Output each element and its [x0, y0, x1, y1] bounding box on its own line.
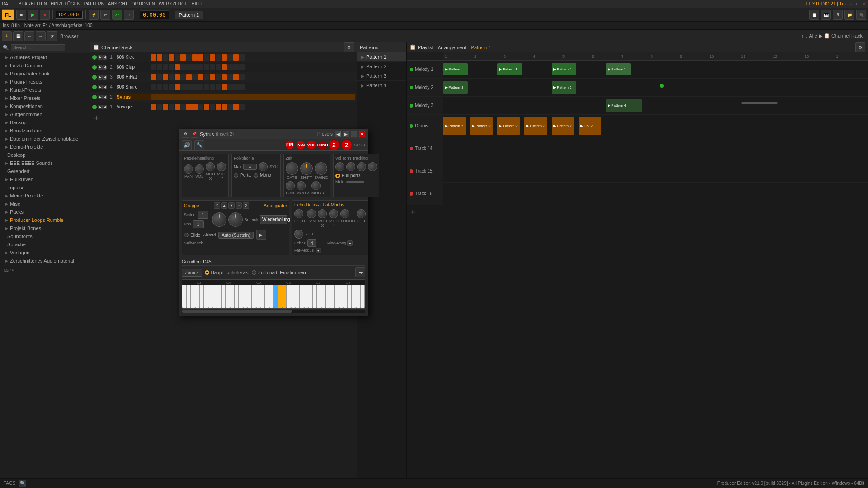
echo-tonho-knob[interactable] — [340, 209, 349, 218]
pegel-mody-knob[interactable] — [217, 162, 226, 171]
track-melody1-block3[interactable]: ▶ Pattern 1 — [552, 63, 576, 75]
pad-6-7[interactable] — [186, 104, 192, 110]
menu-item-hinzufuegen[interactable]: HINZUFÜGEN — [51, 1, 80, 6]
gruppe-x-btn[interactable]: ✕ — [214, 202, 220, 209]
ch6-name[interactable]: Voyager — [115, 104, 151, 109]
pad-2-4[interactable] — [169, 64, 174, 70]
gruppe-q-btn[interactable]: ? — [243, 202, 249, 209]
piano-roll-btn[interactable]: 🎹 — [821, 10, 831, 20]
white-key-21[interactable] — [274, 285, 278, 308]
track-14-content[interactable] — [443, 137, 868, 160]
footer-arrow-btn[interactable]: ➡ — [355, 267, 365, 277]
white-key-22[interactable] — [278, 285, 283, 308]
tracking-knob1[interactable] — [335, 162, 344, 171]
pegel-pan-knob[interactable] — [184, 164, 193, 174]
track-melody1-block4[interactable]: ▶ Pattern 1 — [606, 63, 631, 75]
sidebar-item-24[interactable]: ▶ Vorlagen — [0, 249, 90, 257]
pad-1-14[interactable] — [227, 54, 233, 61]
white-key-0[interactable] — [182, 285, 187, 308]
white-key-39[interactable] — [352, 285, 356, 308]
ch5-arrow2[interactable]: ◀ — [102, 95, 107, 99]
white-key-15[interactable] — [247, 285, 252, 308]
max-value-display[interactable]: ∞ — [243, 164, 257, 170]
zeit-swing-knob[interactable] — [315, 162, 327, 175]
sidebar-item-0[interactable]: ▶ Aktuelles Projekt — [0, 53, 90, 61]
ch5-led[interactable] — [92, 95, 97, 99]
slide-dot[interactable] — [184, 233, 189, 237]
ch3-led[interactable] — [92, 75, 97, 80]
polyphonie-knob[interactable] — [259, 162, 268, 171]
pad-3-15[interactable] — [233, 74, 239, 80]
white-key-30[interactable] — [313, 285, 317, 308]
pad-1-10[interactable] — [204, 54, 209, 61]
white-key-25[interactable] — [291, 285, 296, 308]
pad-1-11[interactable] — [210, 54, 215, 61]
tracking-knob2[interactable] — [346, 162, 355, 171]
pad-2-7[interactable] — [186, 64, 192, 70]
track-drums-block4[interactable]: ▶ Pattern 2 — [524, 117, 547, 135]
track-drums-content[interactable]: ▶ Pattern 2 ▶ Pattern 2 ▶ Pattern 2 ▶ Pa… — [443, 115, 868, 137]
white-key-24[interactable] — [287, 285, 291, 308]
preset-prev-btn[interactable]: ◀ — [335, 131, 341, 137]
pattern-item-4[interactable]: ▶ Pattern 4 — [357, 81, 406, 90]
track-melody3-content[interactable]: ▶ Pattern 4 — [443, 97, 868, 114]
sidebar-item-4[interactable]: ▶ Kanal-Presets — [0, 86, 90, 94]
white-key-33[interactable] — [326, 285, 330, 308]
ch3-name[interactable]: 808 HiHat — [115, 75, 151, 80]
pad-2-14[interactable] — [227, 64, 233, 70]
ch-indicator-4[interactable]: TONH — [318, 141, 327, 150]
fat-modus-btn[interactable]: ● — [316, 248, 321, 253]
plugin-speaker-btn[interactable]: 🔊 — [182, 140, 192, 150]
menu-item-optionen[interactable]: OPTIONEN — [132, 1, 155, 6]
sidebar-item-22[interactable]: Soundfonts — [0, 232, 90, 240]
white-key-3[interactable] — [195, 285, 200, 308]
step-btn[interactable]: ↔ — [124, 10, 134, 20]
white-key-4[interactable] — [200, 285, 204, 308]
track-melody1-content[interactable]: ▶ Pattern 1 ▶ Pattern 1 ▶ Pattern 1 ▶ Pa… — [443, 61, 868, 78]
pad-2-9[interactable] — [198, 64, 203, 70]
pad-4-5[interactable] — [175, 84, 180, 90]
pad-2-15[interactable] — [233, 64, 239, 70]
pad-1-6[interactable] — [180, 54, 186, 61]
sidebar-item-13[interactable]: ▶ EEE EEEE Sounds — [0, 159, 90, 167]
pad-6-9[interactable] — [198, 104, 203, 110]
pad-3-4[interactable] — [169, 74, 174, 80]
sidebar-item-19[interactable]: ▶ Packs — [0, 208, 90, 216]
ch-indicator-1[interactable]: FIN — [285, 141, 294, 150]
white-key-1[interactable] — [187, 285, 191, 308]
echo-mody-knob[interactable] — [329, 209, 338, 218]
menu-item-hilfe[interactable]: HILFE — [191, 1, 204, 6]
mixer-btn[interactable]: 3z — [112, 10, 122, 20]
pad-6-8[interactable] — [192, 104, 198, 110]
white-key-40[interactable] — [356, 285, 361, 308]
channel-rack-btn[interactable]: 📋 — [809, 10, 819, 20]
pad-3-11[interactable] — [210, 74, 215, 80]
pad-4-1[interactable] — [151, 84, 156, 90]
ch4-led[interactable] — [92, 85, 97, 89]
pad-4-15[interactable] — [233, 84, 239, 90]
record-btn[interactable]: ● — [40, 10, 50, 20]
pad-6-3[interactable] — [163, 104, 168, 110]
pad-3-9[interactable] — [198, 74, 203, 80]
gruppe-down-btn[interactable]: ▼ — [228, 202, 235, 209]
white-key-19[interactable] — [265, 285, 269, 308]
ch5-arrow[interactable]: ▶ — [98, 95, 102, 99]
search-btn[interactable]: 🔍 — [19, 480, 26, 487]
sidebar-item-5[interactable]: ▶ Mixer-Presets — [0, 94, 90, 102]
sidebar-item-8[interactable]: ▶ Backup — [0, 118, 90, 127]
pad-1-9[interactable] — [198, 54, 203, 61]
sidebar-item-14[interactable]: Gerendert — [0, 167, 90, 175]
plugin-wrench-btn[interactable]: 🔧 — [194, 140, 204, 150]
pad-4-8[interactable] — [192, 84, 198, 90]
zeit-gate-knob[interactable] — [286, 162, 298, 175]
add-channel-btn[interactable]: + — [90, 112, 357, 125]
von-value[interactable]: 1 — [193, 220, 204, 228]
pattern-item-3[interactable]: ▶ Pattern 3 — [357, 71, 406, 81]
white-key-27[interactable] — [300, 285, 304, 308]
bereich-knob1[interactable] — [212, 212, 226, 227]
bereich-knob2[interactable] — [228, 212, 243, 227]
ch-indicator-6[interactable]: 2 — [341, 140, 352, 150]
pad-2-1[interactable] — [151, 64, 156, 70]
white-key-9[interactable] — [222, 285, 226, 308]
track-melody2-content[interactable]: ▶ Pattern 3 ▶ Pattern 3 — [443, 79, 868, 96]
